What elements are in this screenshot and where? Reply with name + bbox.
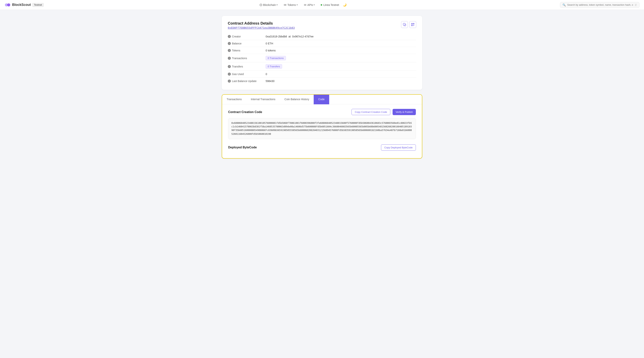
- gas-used-label: i Gas Used: [228, 73, 266, 76]
- svg-rect-15: [412, 25, 412, 26]
- svg-rect-9: [403, 23, 405, 25]
- deployed-bytecode-title: Deployed ByteCode: [228, 146, 257, 149]
- navbar-right: 🔍 /: [560, 2, 640, 8]
- transactions-label: i Transactions: [228, 57, 266, 60]
- tab-coin-balance-history[interactable]: Coin Balance History: [280, 95, 314, 104]
- network-status-dot: [321, 4, 322, 6]
- creation-code-actions: Copy Contract Creation Code Verify & Pub…: [352, 109, 416, 115]
- brand-name: BlockScout: [12, 3, 31, 7]
- gas-used-info-icon: i: [228, 73, 231, 76]
- navbar: BlockScout Testnet Blockchain ▾ Tokens ▾: [0, 0, 644, 10]
- svg-rect-19: [414, 25, 414, 26]
- creator-value: 0xa31618-2bbdb8 at 0x967e12-47d7ee: [266, 35, 314, 38]
- creator-info-icon: i: [228, 35, 231, 38]
- transactions-info-icon: i: [228, 57, 231, 60]
- qr-icon: [411, 23, 414, 26]
- balance-info-icon: i: [228, 42, 231, 45]
- apis-icon: [304, 3, 307, 6]
- copy-deployed-bytecode-button[interactable]: Copy Deployed ByteCode: [381, 144, 416, 151]
- last-balance-row: i Last Balance Update 598430: [228, 78, 416, 84]
- svg-rect-18: [413, 25, 414, 26]
- balance-value: 0 ETH: [266, 42, 273, 45]
- brand-logo: BlockScout Testnet: [4, 2, 44, 8]
- tokens-chevron-icon: ▾: [297, 4, 298, 6]
- tokens-icon: [284, 3, 286, 6]
- creation-code-header: Contract Creation Code Copy Contract Cre…: [228, 109, 416, 115]
- transfers-value: 0 Transfers: [266, 64, 282, 69]
- svg-rect-14: [414, 24, 414, 24]
- creator-label: i Creator: [228, 35, 266, 38]
- tabs-card: Transactions Internal Transactions Coin …: [222, 94, 422, 159]
- tab-internal-transactions[interactable]: Internal Transactions: [246, 95, 280, 104]
- gas-used-value: 0: [266, 73, 267, 76]
- last-balance-value: 598430: [266, 80, 274, 83]
- tab-transactions[interactable]: Transactions: [222, 95, 246, 104]
- transactions-badge[interactable]: 0 Transactions: [266, 56, 286, 60]
- at-text: at: [288, 35, 292, 38]
- svg-rect-16: [413, 25, 414, 25]
- search-kbd-hint: /: [634, 3, 637, 6]
- transfers-badge[interactable]: 0 Transfers: [266, 64, 282, 69]
- transfers-label: i Transfers: [228, 65, 266, 68]
- tabs-body: Contract Creation Code Copy Contract Cre…: [222, 104, 422, 158]
- testnet-badge: Testnet: [32, 3, 44, 7]
- transactions-row: i Transactions 0 Transactions: [228, 54, 416, 62]
- nav-linea-testnet[interactable]: Linea Testnet: [318, 2, 341, 7]
- last-balance-info-icon: i: [228, 80, 231, 83]
- balance-row: i Balance 0 ETH: [228, 40, 416, 47]
- card-icons: [401, 21, 416, 28]
- nav-apis[interactable]: APIs ▾: [302, 2, 317, 7]
- blockchain-chevron-icon: ▾: [276, 4, 278, 6]
- deployed-bytecode-header: Deployed ByteCode Copy Deployed ByteCode: [228, 144, 416, 151]
- copy-icon: [403, 23, 406, 26]
- gas-used-row: i Gas Used 0: [228, 71, 416, 78]
- creation-code-block: 0x6080604052348015610010576000801fd5b506…: [228, 118, 416, 139]
- last-balance-link[interactable]: 598430: [266, 80, 274, 83]
- deployed-bytecode-actions: Copy Deployed ByteCode: [381, 144, 416, 151]
- creator-address-link[interactable]: 0xa31618-2bbdb8: [266, 35, 287, 38]
- creator-tx-link[interactable]: 0x967e12-47d7ee: [292, 35, 314, 38]
- copy-icon-button[interactable]: [401, 21, 408, 28]
- copy-creation-code-button[interactable]: Copy Contract Creation Code: [352, 109, 390, 115]
- dark-mode-toggle[interactable]: 🌙: [343, 3, 346, 6]
- creator-row: i Creator 0xa31618-2bbdb8 at 0x967e12-47…: [228, 33, 416, 40]
- navbar-nav: Blockchain ▾ Tokens ▾ APIs ▾ Linea Testn…: [50, 2, 554, 7]
- svg-rect-13: [412, 24, 412, 24]
- creation-code-title: Contract Creation Code: [228, 110, 262, 114]
- tokens-value: 0 tokens: [266, 49, 276, 52]
- verify-publish-button[interactable]: Verify & Publish: [392, 109, 416, 115]
- tab-code[interactable]: Code: [314, 95, 329, 104]
- contract-details-card: Contract Address Details 0xED0Ff7E8B655d…: [222, 16, 422, 90]
- svg-point-1: [7, 3, 10, 6]
- transfers-row: i Transfers 0 Transfers: [228, 62, 416, 71]
- tabs-header: Transactions Internal Transactions Coin …: [222, 95, 422, 104]
- search-bar[interactable]: 🔍 /: [560, 2, 640, 8]
- qr-code-button[interactable]: [410, 21, 416, 28]
- blockscout-logo-icon: [4, 2, 10, 8]
- transactions-value: 0 Transactions: [266, 56, 286, 60]
- nav-blockchain[interactable]: Blockchain ▾: [257, 2, 280, 7]
- search-input[interactable]: [567, 3, 633, 6]
- apis-chevron-icon: ▾: [314, 4, 314, 6]
- tokens-info-icon: i: [228, 49, 231, 52]
- svg-point-4: [285, 4, 286, 5]
- main-content: Contract Address Details 0xED0Ff7E8B655d…: [218, 10, 426, 165]
- tokens-label: i Tokens: [228, 49, 266, 52]
- last-balance-label: i Last Balance Update: [228, 80, 266, 83]
- contract-address[interactable]: 0xED0Ff7E8B655dFFFCA471ea3B6B649ce7C2C1b…: [228, 26, 416, 29]
- blockchain-icon: [260, 3, 262, 6]
- svg-rect-17: [414, 25, 414, 25]
- search-icon: 🔍: [562, 3, 566, 6]
- detail-table: i Creator 0xa31618-2bbdb8 at 0x967e12-47…: [228, 33, 416, 84]
- nav-tokens[interactable]: Tokens ▾: [281, 2, 300, 7]
- card-title: Contract Address Details: [228, 21, 416, 25]
- balance-label: i Balance: [228, 42, 266, 45]
- transfers-info-icon: i: [228, 65, 231, 68]
- tokens-row: i Tokens 0 tokens: [228, 47, 416, 54]
